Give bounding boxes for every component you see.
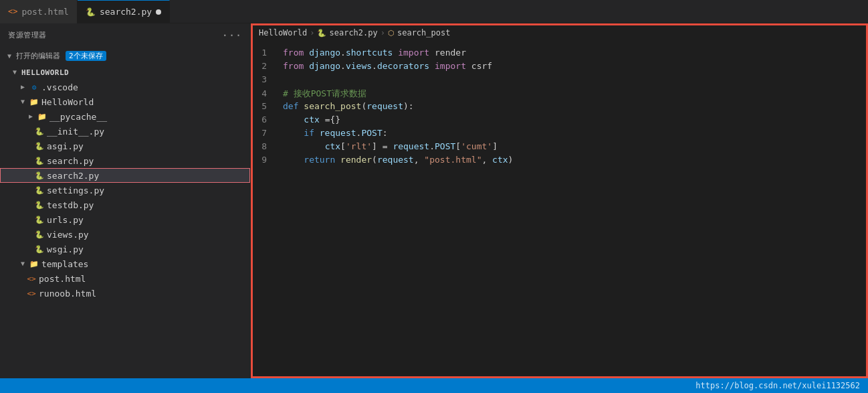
asgi-py-label: asgi.py [47, 141, 84, 151]
vscode-chevron [19, 83, 27, 91]
init-py-icon: 🐍 [35, 127, 44, 136]
tree-item-runoob-html[interactable]: <> runoob.html [0, 286, 250, 301]
asgi-py-icon: 🐍 [35, 141, 44, 151]
breadcrumb-py-icon: 🐍 [317, 29, 326, 37]
sidebar-title: 资源管理器 [8, 30, 47, 40]
pycache-label: __pycache__ [49, 112, 107, 122]
line-num-8: 8 [251, 141, 278, 151]
tree-item-views-py[interactable]: 🐍 views.py [0, 227, 250, 242]
breadcrumb-helloworld: HelloWorld [259, 28, 307, 37]
code-line-4: 4 # 接收POST请求数据 [251, 88, 868, 101]
line-num-5: 5 [251, 101, 278, 111]
code-line-5: 5 def search_post(request): [251, 101, 868, 114]
code-editor[interactable]: 1 from django.shortcuts import render 2 … [251, 42, 868, 378]
tree-item-search2-py[interactable]: 🐍 search2.py [0, 168, 250, 183]
search2-py-label: search2.py [47, 171, 99, 181]
root-chevron [11, 68, 19, 76]
line-num-1: 1 [251, 48, 278, 58]
tab-post-html[interactable]: <> post.html [0, 0, 78, 23]
unsaved-dot [156, 9, 161, 15]
tab-label-search2-py: search2.py [100, 7, 152, 17]
views-py-label: views.py [47, 230, 89, 240]
tab-label-post-html: post.html [21, 7, 68, 17]
sidebar-header: 资源管理器 ··· [0, 23, 250, 47]
tab-search2-py[interactable]: 🐍 search2.py [78, 0, 170, 23]
templates-folder-icon: 📁 [29, 259, 39, 268]
open-editors-toggle[interactable]: 打开的编辑器 2个未保存 [0, 50, 250, 62]
py-icon: 🐍 [86, 7, 96, 17]
code-line-9: 9 return render(request, "post.html", ct… [251, 155, 868, 168]
line-content-6: ctx ={} [278, 114, 868, 125]
breadcrumb-func: search_post [397, 28, 450, 37]
tree-item-init-py[interactable]: 🐍 __init__.py [0, 124, 250, 139]
code-line-3: 3 [251, 74, 868, 88]
line-content-7: if request.POST: [278, 128, 868, 138]
tree-item-urls-py[interactable]: 🐍 urls.py [0, 212, 250, 227]
tree-item-wsgi-py[interactable]: 🐍 wsgi.py [0, 242, 250, 256]
testdb-py-icon: 🐍 [35, 200, 44, 210]
init-py-label: __init__.py [47, 127, 104, 137]
search-py-icon: 🐍 [35, 156, 44, 165]
tree-item-pycache[interactable]: 📁 __pycache__ [0, 109, 250, 124]
status-bar: https://blog.csdn.net/xulei1132562 [0, 378, 868, 393]
search2-py-icon: 🐍 [35, 171, 44, 180]
tree-item-asgi-py[interactable]: 🐍 asgi.py [0, 139, 250, 153]
tree-item-helloworld-folder[interactable]: 📁 HelloWorld [0, 94, 250, 109]
line-num-3: 3 [251, 74, 278, 84]
breadcrumb-func-icon: ⬡ [388, 29, 395, 37]
open-editors-label: 打开的编辑器 [16, 51, 60, 61]
vscode-folder-icon: ⚙ [29, 82, 39, 92]
views-py-icon: 🐍 [35, 230, 44, 239]
tree-item-search-py[interactable]: 🐍 search.py [0, 153, 250, 168]
line-content-9: return render(request, "post.html", ctx) [278, 155, 868, 165]
line-num-2: 2 [251, 61, 278, 71]
urls-py-icon: 🐍 [35, 215, 44, 224]
post-html-label: post.html [39, 274, 86, 284]
tab-bar: <> post.html 🐍 search2.py [0, 0, 868, 23]
breadcrumb-search2: search2.py [329, 28, 377, 37]
line-content-3 [278, 74, 868, 84]
status-url: https://blog.csdn.net/xulei1132562 [695, 381, 860, 390]
breadcrumb-sep-2: › [381, 28, 385, 37]
line-content-2: from django.views.decorators import csrf [278, 61, 868, 71]
open-editors-section: 打开的编辑器 2个未保存 [0, 47, 250, 65]
line-num-7: 7 [251, 128, 278, 138]
main-area: 资源管理器 ··· 打开的编辑器 2个未保存 HELLOWORLD ⚙ .vsc… [0, 23, 868, 378]
templates-chevron [19, 260, 27, 268]
helloworld-chevron [19, 98, 27, 106]
tree-item-templates[interactable]: 📁 templates [0, 256, 250, 271]
code-line-6: 6 ctx ={} [251, 114, 868, 128]
html-icon: <> [8, 7, 17, 16]
file-tree: HELLOWORLD ⚙ .vscode 📁 HelloWorld 📁 __py… [0, 65, 250, 378]
breadcrumb: HelloWorld › 🐍 search2.py › ⬡ search_pos… [251, 23, 868, 42]
runoob-html-label: runoob.html [39, 289, 96, 299]
runoob-html-icon: <> [27, 289, 36, 298]
settings-py-icon: 🐍 [35, 185, 44, 195]
line-content-8: ctx['rlt'] = request.POST['cumt'] [278, 141, 868, 151]
testdb-py-label: testdb.py [47, 200, 94, 210]
tree-item-vscode[interactable]: ⚙ .vscode [0, 80, 250, 94]
editor-area: HelloWorld › 🐍 search2.py › ⬡ search_pos… [251, 23, 868, 378]
line-content-4: # 接收POST请求数据 [278, 88, 868, 100]
urls-py-label: urls.py [47, 215, 84, 225]
line-num-4: 4 [251, 88, 278, 98]
wsgi-py-icon: 🐍 [35, 244, 44, 254]
tree-root-helloworld[interactable]: HELLOWORLD [0, 65, 250, 80]
line-num-6: 6 [251, 114, 278, 125]
helloworld-folder-icon: 📁 [29, 97, 39, 106]
settings-py-label: settings.py [47, 185, 104, 195]
root-label: HELLOWORLD [21, 68, 69, 77]
tree-item-post-html[interactable]: <> post.html [0, 271, 250, 286]
tree-item-testdb-py[interactable]: 🐍 testdb.py [0, 198, 250, 212]
sidebar-more-button[interactable]: ··· [222, 29, 242, 42]
code-line-2: 2 from django.views.decorators import cs… [251, 61, 868, 74]
tree-item-settings-py[interactable]: 🐍 settings.py [0, 183, 250, 198]
unsaved-badge: 2个未保存 [66, 51, 106, 61]
code-line-7: 7 if request.POST: [251, 128, 868, 141]
line-content-5: def search_post(request): [278, 101, 868, 111]
code-line-1: 1 from django.shortcuts import render [251, 48, 868, 61]
templates-label: templates [41, 259, 88, 269]
pycache-chevron [27, 112, 35, 121]
code-line-8: 8 ctx['rlt'] = request.POST['cumt'] [251, 141, 868, 155]
breadcrumb-sep-1: › [310, 28, 314, 37]
